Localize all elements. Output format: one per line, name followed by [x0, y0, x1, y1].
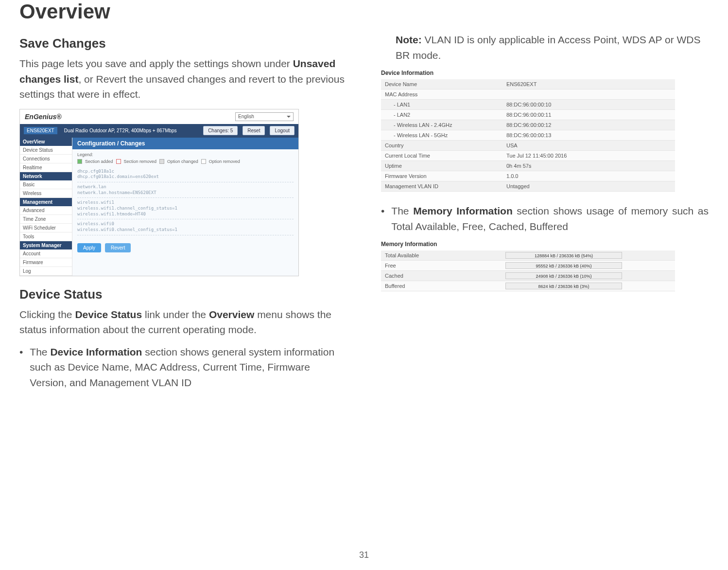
sidebar-header-management[interactable]: Management — [20, 198, 72, 206]
bullet-dot-icon: • — [19, 344, 23, 397]
opt: wireless.wifi0.channel_config_status=1 — [77, 227, 294, 233]
progress-bar: 95552 kB / 236336 kB (40%) — [505, 262, 622, 269]
legend-removed: Section removed — [124, 159, 157, 164]
bullet-dot-icon: • — [381, 203, 384, 241]
table-row: Current Local TimeTue Jul 12 11:45:00 20… — [381, 151, 675, 161]
cell-label: Device Name — [381, 79, 503, 89]
chevron-down-icon — [287, 116, 291, 118]
cell-value — [503, 89, 675, 100]
table-row: - Wireless LAN - 2.4GHz88:DC:96:00:00:12 — [381, 120, 675, 130]
overview-strong: Overview — [209, 309, 254, 320]
page-title: Overview — [19, 0, 709, 23]
shot1-topbar: EnGenius® English — [20, 109, 298, 124]
reset-button[interactable]: Reset — [243, 126, 265, 135]
option-line: dhcp.cfg018a1c dhcp.cfg018a1c.domain=ens… — [77, 167, 294, 182]
mem-bar-wrap: 128884 kB / 236336 kB (54%) — [503, 250, 675, 260]
cell-label: Current Local Time — [381, 151, 503, 161]
cell-label: Firmware Version — [381, 171, 503, 181]
cell-label: Uptime — [381, 161, 503, 171]
table-row: Firmware Version1.0.0 — [381, 171, 675, 181]
legend-swatch-optchg-icon — [159, 159, 164, 164]
note-label: Note: — [396, 34, 422, 45]
options-list: dhcp.cfg018a1c dhcp.cfg018a1c.domain=ens… — [72, 167, 298, 239]
shot1-main: Configuration / Changes Legend: Section … — [72, 138, 298, 276]
cell-value: Untagged — [503, 181, 675, 192]
device-status-strong: Device Status — [75, 309, 142, 320]
cell-label: - Wireless LAN - 2.4GHz — [381, 120, 503, 130]
device-info-bullet-text: The Device Information section shows gen… — [30, 344, 347, 391]
mem-label: Buffered — [381, 281, 503, 291]
sidebar-item-time-zone[interactable]: Time Zone — [20, 215, 72, 224]
memory-row: Total Available 128884 kB / 236336 kB (5… — [381, 250, 675, 261]
sidebar-header-overview[interactable]: OverView — [20, 138, 72, 146]
model-badge: ENS620EXT — [24, 127, 57, 134]
cell-label: MAC Address — [381, 89, 503, 100]
device-info-table: Device NameENS620EXT MAC Address - LAN18… — [381, 79, 675, 192]
memory-information-screenshot: Memory Information Total Available 12888… — [381, 241, 675, 291]
option-line: wireless.wifi0 wireless.wifi0.channel_co… — [77, 219, 294, 235]
mem-value: 95552 kB / 236336 kB (40%) — [506, 263, 622, 268]
model-description: Dual Radio Outdoor AP, 2T2R, 400Mbps + 8… — [64, 128, 198, 133]
language-value: English — [238, 114, 254, 119]
text: This page lets you save and apply the se… — [19, 58, 293, 69]
memory-row: Cached 24908 kB / 236336 kB (10%) — [381, 271, 675, 281]
sidebar-item-account[interactable]: Account — [20, 249, 72, 258]
language-select[interactable]: English — [235, 112, 294, 121]
mem-value: 128884 kB / 236336 kB (54%) — [506, 252, 622, 258]
sidebar-item-log[interactable]: Log — [20, 267, 72, 276]
sidebar-item-realtime[interactable]: Realtime — [20, 163, 72, 172]
shot1-header-band: ENS620EXT Dual Radio Outdoor AP, 2T2R, 4… — [20, 124, 298, 138]
mem-label: Cached — [381, 271, 503, 281]
two-column-layout: Save Changes This page lets you save and… — [19, 32, 709, 397]
cell-value: 88:DC:96:00:00:12 — [503, 120, 675, 130]
device-information-strong: Device Information — [50, 346, 142, 357]
cell-value: 88:DC:96:00:00:13 — [503, 130, 675, 141]
mem-bar-wrap: 95552 kB / 236336 kB (40%) — [503, 261, 675, 270]
cell-value: Tue Jul 12 11:45:00 2016 — [503, 151, 675, 161]
memory-row: Free 95552 kB / 236336 kB (40%) — [381, 261, 675, 271]
cell-value: 88:DC:96:00:00:11 — [503, 110, 675, 120]
table-row: Device NameENS620EXT — [381, 79, 675, 89]
device-status-intro: Clicking the Device Status link under th… — [19, 307, 347, 338]
sidebar-item-wifi-scheduler[interactable]: WiFi Scheduler — [20, 224, 72, 232]
sidebar-item-advanced[interactable]: Advanced — [20, 206, 72, 215]
sidebar-header-network[interactable]: Network — [20, 172, 72, 180]
device-information-screenshot: Device Information Device NameENS620EXT … — [381, 70, 675, 192]
revert-button[interactable]: Revert — [105, 243, 131, 252]
sidebar-item-basic[interactable]: Basic — [20, 180, 72, 189]
cell-value: 88:DC:96:00:00:10 — [503, 100, 675, 110]
mem-bar-wrap: 8624 kB / 236336 kB (3%) — [503, 281, 675, 291]
sidebar-header-system-manager[interactable]: System Manager — [20, 241, 72, 249]
table-row: - LAN288:DC:96:00:00:11 — [381, 110, 675, 120]
save-changes-paragraph: This page lets you save and apply the se… — [19, 56, 347, 102]
apply-button[interactable]: Apply — [77, 243, 101, 252]
device-info-table-title: Device Information — [381, 70, 675, 76]
opt: wireless.wifi0 — [77, 221, 294, 227]
sidebar-item-wireless[interactable]: Wireless — [20, 189, 72, 198]
mem-label: Free — [381, 261, 503, 270]
cell-label: - Wireless LAN - 5GHz — [381, 130, 503, 141]
memory-row: Buffered 8624 kB / 236336 kB (3%) — [381, 281, 675, 291]
table-row: CountryUSA — [381, 141, 675, 151]
legend: Legend: Section added Section removed Op… — [72, 149, 298, 167]
memory-information-strong: Memory Information — [413, 205, 513, 216]
text: link under the — [142, 309, 209, 320]
sidebar-item-firmware[interactable]: Firmware — [20, 258, 72, 267]
device-status-heading: Device Status — [19, 287, 347, 302]
sidebar-item-device-status[interactable]: Device Status — [20, 146, 72, 155]
opt: network.lan — [77, 184, 294, 190]
table-row: Management VLAN IDUntagged — [381, 181, 675, 192]
progress-bar: 128884 kB / 236336 kB (54%) — [505, 252, 622, 259]
sidebar-item-connections[interactable]: Connections — [20, 155, 72, 163]
sidebar-item-tools[interactable]: Tools — [20, 232, 72, 241]
shot1-body: OverView Device Status Connections Realt… — [20, 138, 298, 276]
opt: wireless.wifi1 — [77, 200, 294, 206]
page-number: 31 — [0, 550, 728, 560]
progress-bar: 24908 kB / 236336 kB (10%) — [505, 272, 622, 279]
legend-swatch-optrem-icon — [201, 159, 206, 164]
table-row: Uptime0h 4m 57s — [381, 161, 675, 171]
table-row: MAC Address — [381, 89, 675, 100]
logout-button[interactable]: Logout — [270, 126, 295, 135]
changes-button[interactable]: Changes: 5 — [203, 126, 238, 135]
engenius-logo: EnGenius® — [25, 113, 62, 121]
